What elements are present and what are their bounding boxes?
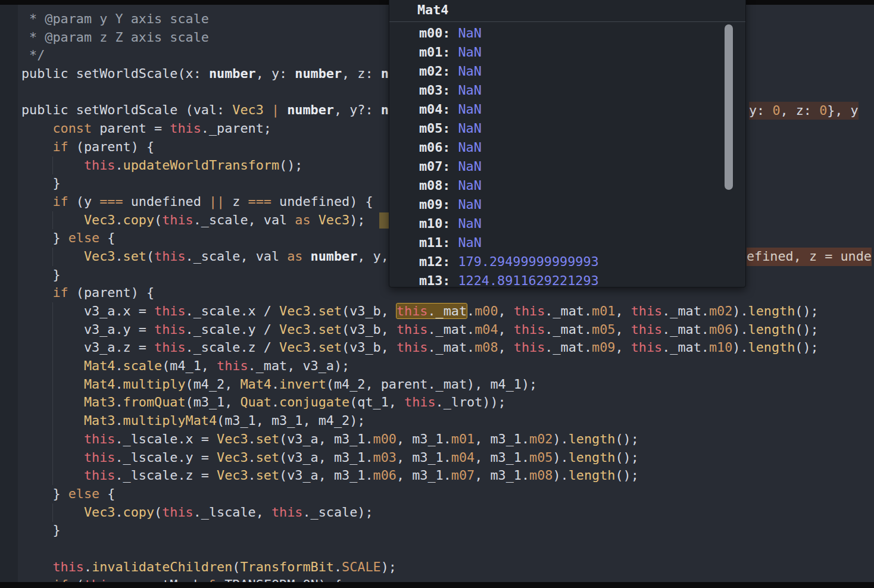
code-token: ();	[615, 468, 638, 483]
code-token: this	[217, 358, 248, 373]
debug-variable-row[interactable]: m01:NaN	[389, 43, 745, 62]
code-token: 0	[819, 103, 827, 118]
code-token: (parent) {	[68, 285, 154, 300]
code-token: ();	[615, 450, 638, 465]
code-token	[21, 249, 84, 264]
code-token: (v3_a, m3_1.	[279, 468, 373, 483]
code-token: m08	[529, 468, 553, 483]
code-token: ._scale, val	[186, 249, 288, 264]
code-line[interactable]: v3_a.x = this._scale.x / Vec3.set(v3_b, …	[0, 302, 819, 321]
code-token: m10	[709, 340, 732, 355]
code-token	[302, 249, 310, 264]
code-token	[21, 139, 53, 154]
code-token	[21, 285, 53, 300]
code-token: this	[162, 505, 193, 520]
code-line[interactable]: v3_a.y = this._scale.y / Vec3.set(v3_b, …	[0, 321, 819, 339]
debug-variable-row[interactable]: m12:179.29499999999993	[389, 252, 745, 271]
code-token: this	[631, 304, 663, 318]
code-line[interactable]: Mat3.multiplyMat4(m3_1, m3_1, m4_2);	[0, 412, 819, 430]
code-token: (v3_b,	[342, 304, 397, 318]
code-token: .	[248, 431, 256, 446]
code-token: ();	[795, 304, 818, 318]
code-token: , m3_1.	[397, 468, 451, 483]
code-token: ._lscale.x =	[115, 431, 217, 446]
code-token: this	[154, 322, 186, 337]
code-token: if	[53, 139, 68, 154]
code-line[interactable]: }	[0, 521, 819, 540]
code-line[interactable]: Mat4.multiply(m4_2, Mat4.invert(m4_2, pa…	[0, 376, 819, 394]
variable-value: NaN	[458, 26, 482, 40]
code-token: m03	[373, 450, 397, 465]
debug-variable-row[interactable]: m05:NaN	[389, 119, 745, 138]
code-token: ._mat.	[662, 304, 709, 318]
code-token: .	[334, 559, 342, 574]
debug-variable-row[interactable]: m10:NaN	[389, 214, 745, 233]
code-token: length	[569, 450, 616, 465]
debug-variable-row[interactable]: m13:1224.8911629221293	[389, 271, 745, 288]
code-token: scale	[123, 358, 163, 373]
code-token	[21, 358, 84, 373]
code-token: .	[311, 304, 319, 318]
code-token: .	[115, 377, 123, 392]
code-token: ===	[248, 194, 271, 209]
code-token: , y?:	[334, 102, 381, 117]
debug-variable-row[interactable]: m11:NaN	[389, 233, 745, 252]
code-token: this	[84, 158, 116, 173]
code-line[interactable]: this.invalidateChildren(TransformBit.SCA…	[0, 558, 819, 577]
code-line[interactable]: Mat3.fromQuat(m3_1, Quat.conjugate(qt_1,…	[0, 393, 819, 412]
code-token	[21, 395, 84, 409]
code-token: Mat4	[84, 377, 116, 392]
code-line[interactable]: Vec3.copy(this._lscale, this._scale);	[0, 503, 819, 522]
code-line[interactable]: Mat4.scale(m4_1, this._mat, v3_a);	[0, 357, 819, 376]
debug-variable-row[interactable]: m09:NaN	[389, 195, 745, 214]
debug-variable-row[interactable]: m06:NaN	[389, 138, 745, 157]
code-token: set	[256, 431, 279, 446]
code-token: .	[115, 395, 123, 409]
code-line[interactable]: v3_a.z = this._scale.z / Vec3.set(v3_b, …	[0, 339, 819, 357]
code-token: ,	[498, 322, 514, 337]
debug-variable-row[interactable]: m04:NaN	[389, 100, 745, 119]
code-token: .	[115, 249, 123, 264]
popup-header: Mat4	[389, 0, 745, 22]
code-token: .	[248, 450, 256, 465]
code-token: copy	[123, 212, 155, 227]
debug-variable-row[interactable]: m03:NaN	[389, 81, 745, 100]
code-token: SCALE	[342, 559, 381, 574]
debug-variable-row[interactable]: m02:NaN	[389, 62, 745, 81]
debug-variable-row[interactable]: m00:NaN	[389, 24, 745, 43]
bottom-window-edge	[0, 582, 874, 588]
code-token: public setWorldScale (val:	[21, 102, 232, 117]
code-line[interactable]: } else {	[0, 485, 819, 503]
debug-hover-highlight[interactable]: this._mat	[397, 304, 467, 318]
code-token: this	[631, 322, 663, 337]
code-token: , z:	[781, 103, 820, 118]
code-token: else	[68, 486, 100, 501]
debug-variable-row[interactable]: m07:NaN	[389, 157, 745, 176]
code-token: ._mat.	[545, 304, 592, 318]
code-line[interactable]	[0, 540, 819, 558]
variable-name: m12:	[419, 254, 451, 269]
code-line[interactable]: this._lscale.x = Vec3.set(v3_a, m3_1.m00…	[0, 430, 819, 449]
code-token: (m4_1,	[162, 358, 217, 373]
code-line[interactable]: this._lscale.y = Vec3.set(v3_a, m3_1.m03…	[0, 449, 819, 467]
code-token: ||	[209, 194, 224, 209]
variable-value: NaN	[458, 159, 482, 174]
popup-variable-list[interactable]: m00:NaNm01:NaNm02:NaNm03:NaNm04:NaNm05:N…	[389, 22, 745, 288]
code-token: m00	[373, 431, 397, 446]
code-token: (m4_2,	[186, 377, 241, 392]
code-token: , m3_1.	[397, 431, 451, 446]
code-editor[interactable]: * @param y Y axis scale * @param z Z axi…	[0, 0, 874, 588]
code-line[interactable]: this._lscale.z = Vec3.set(v3_a, m3_1.m06…	[0, 467, 819, 485]
code-token	[311, 212, 319, 227]
variable-value: NaN	[458, 45, 482, 60]
code-token: ._lscale.y =	[115, 450, 217, 465]
debug-variable-row[interactable]: m08:NaN	[389, 176, 745, 195]
code-token: multiplyMat4	[123, 413, 217, 428]
code-token: }	[21, 523, 61, 537]
code-token: ._lscale.z =	[115, 468, 217, 483]
code-token: this	[404, 395, 436, 409]
code-token: invalidateChildren	[92, 559, 232, 574]
code-token: Vec3	[84, 505, 116, 520]
code-token: (m4_2, parent._mat), m4_1);	[326, 377, 537, 392]
popup-scrollbar[interactable]	[725, 24, 733, 190]
